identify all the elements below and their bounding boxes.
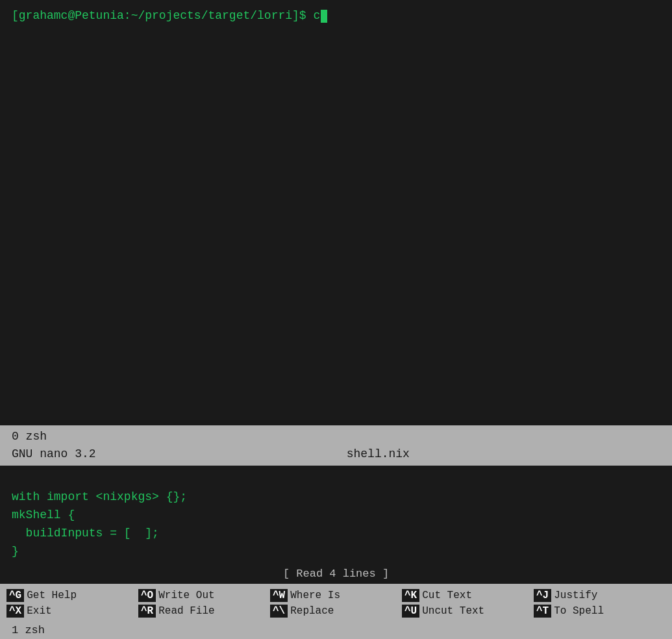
shortcut-key-cut-text: ^K	[402, 589, 419, 602]
empty-terminal-area	[0, 32, 672, 425]
shortcut-replace[interactable]: ^\ Replace	[270, 605, 402, 618]
shortcut-key-to-spell: ^T	[534, 605, 551, 618]
shortcut-exit[interactable]: ^X Exit	[6, 605, 138, 618]
shortcut-key-where-is: ^W	[270, 589, 288, 602]
nano-version: GNU nano 3.2	[12, 445, 96, 463]
nano-editor-area[interactable]: with import <nixpkgs> {}; mkShell { buil…	[0, 466, 672, 566]
nano-status-line2: GNU nano 3.2 shell.nix	[12, 445, 660, 463]
shortcut-key-exit: ^X	[6, 605, 24, 618]
nano-status-line1: 0 zsh	[12, 428, 660, 445]
shortcut-key-replace: ^\	[270, 605, 288, 618]
shortcut-label-write-out: Write Out	[158, 590, 214, 601]
shortcut-label-read-file: Read File	[158, 605, 214, 617]
shortcut-key-get-help: ^G	[6, 589, 24, 602]
shortcut-to-spell[interactable]: ^T To Spell	[534, 605, 666, 618]
shortcut-label-replace: Replace	[290, 605, 334, 617]
nano-shortcuts: ^G Get Help ^O Write Out ^W Where Is ^K …	[0, 584, 672, 621]
shortcut-cut-text[interactable]: ^K Cut Text	[402, 589, 534, 602]
shortcut-write-out[interactable]: ^O Write Out	[138, 589, 270, 602]
shortcut-key-read-file: ^R	[138, 605, 156, 618]
shortcut-where-is[interactable]: ^W Where Is	[270, 589, 402, 602]
prompt-text: [grahamc@Petunia:~/projects/target/lorri…	[12, 8, 320, 24]
shortcut-uncut-text[interactable]: ^U Uncut Text	[402, 605, 534, 618]
shortcut-get-help[interactable]: ^G Get Help	[6, 589, 138, 602]
shortcut-label-uncut-text: Uncut Text	[422, 605, 484, 617]
shortcut-label-exit: Exit	[27, 605, 51, 617]
code-line-1: with import <nixpkgs> {};	[12, 488, 660, 507]
nano-bottom-bar: 1 zsh	[0, 621, 672, 639]
code-line-3: buildInputs = [ ];	[12, 525, 660, 543]
shortcut-key-write-out: ^O	[138, 589, 156, 602]
shortcut-row-2: ^X Exit ^R Read File ^\ Replace ^U Uncut…	[0, 603, 672, 619]
shortcut-label-to-spell: To Spell	[554, 605, 604, 617]
shortcut-label-cut-text: Cut Text	[422, 590, 472, 601]
shortcut-read-file[interactable]: ^R Read File	[138, 605, 270, 618]
code-line-2: mkShell {	[12, 507, 660, 525]
code-line-4: }	[12, 543, 660, 561]
shortcut-label-where-is: Where Is	[290, 590, 340, 601]
shortcut-label-get-help: Get Help	[27, 590, 77, 601]
code-line-blank	[12, 471, 660, 489]
nano-filename: shell.nix	[96, 445, 660, 463]
nano-status-bar: 0 zsh GNU nano 3.2 shell.nix	[0, 425, 672, 466]
shortcut-key-uncut-text: ^U	[402, 605, 419, 618]
shortcut-key-justify: ^J	[534, 589, 551, 602]
prompt-line: [grahamc@Petunia:~/projects/target/lorri…	[12, 8, 660, 24]
terminal-prompt-area: [grahamc@Petunia:~/projects/target/lorri…	[0, 0, 672, 32]
shortcut-label-justify: Justify	[554, 590, 597, 601]
shortcut-row-1: ^G Get Help ^O Write Out ^W Where Is ^K …	[0, 588, 672, 603]
cursor	[321, 10, 327, 23]
shortcut-justify[interactable]: ^J Justify	[534, 589, 666, 602]
read-indicator: [ Read 4 lines ]	[0, 566, 672, 584]
